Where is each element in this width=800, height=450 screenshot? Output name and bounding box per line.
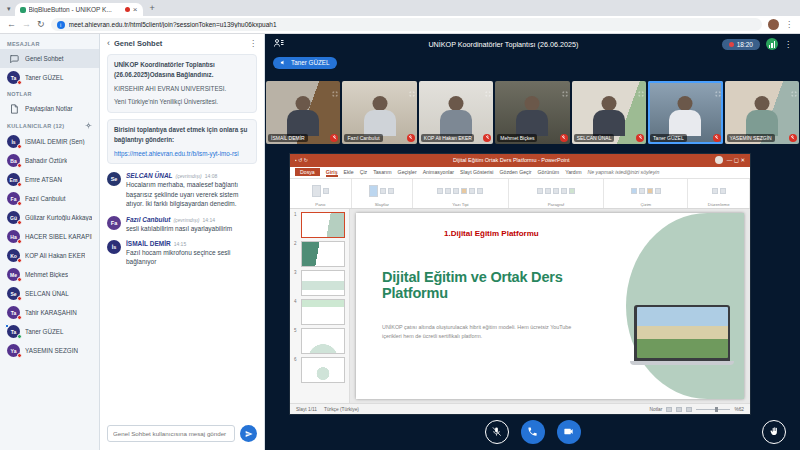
ppt-window-title: Dijital Eğitim Ortak Ders Platformu - Po… [312, 157, 711, 163]
sidebar-item-shared-notes[interactable]: Paylaşılan Notlar [0, 99, 99, 118]
ppt-tab-file[interactable]: Dosya [295, 168, 320, 176]
fullscreen-icon[interactable] [562, 83, 568, 101]
sidebar-item-public-chat[interactable]: Genel Sohbet [0, 49, 99, 68]
ppt-tab[interactable]: Animasyonlar [423, 169, 454, 175]
video-tile[interactable]: SELCAN ÜNAL [572, 81, 646, 144]
chat-message: Se SELCAN ÜNAL (çevrimdışı) 14:08 Hocala… [100, 167, 264, 210]
user-list-item[interactable]: Gü Gülizar Kurtoğlu Akkaya-NEÜ [0, 208, 99, 227]
slide-thumbnail[interactable]: 4 [294, 299, 345, 325]
ppt-ribbon-group[interactable]: Düzenleme [688, 179, 750, 208]
user-list-item[interactable]: Se SELCAN ÜNAL [0, 284, 99, 303]
video-tile[interactable]: Mehmet Biçkes [495, 81, 569, 144]
recording-indicator[interactable]: 18:20 [722, 39, 760, 50]
chat-back-icon[interactable]: ‹ [107, 39, 110, 48]
forward-icon[interactable]: → [22, 20, 31, 29]
slideshow-icon[interactable] [686, 407, 692, 412]
ppt-window-controls[interactable]: — ▢ ✕ [727, 157, 745, 163]
send-message-button[interactable] [240, 425, 257, 442]
ppt-ribbon-group[interactable]: Paragraf [509, 179, 605, 208]
hand-icon [769, 425, 780, 440]
video-tile-active-speaker[interactable]: Taner GÜZEL [648, 81, 722, 144]
leave-audio-button[interactable] [521, 420, 545, 444]
sidebar-item-private-chat[interactable]: Ta Taner GÜZEL [0, 68, 99, 87]
ppt-ribbon-group[interactable]: Yazı Tipi [413, 179, 509, 208]
screen: ▾ BigBlueButton - UNİKOP K... × + ← → ↻ … [0, 0, 800, 450]
user-list-item[interactable]: Ba Bahadır Öztürk [0, 151, 99, 170]
manage-users-gear-icon[interactable] [85, 122, 92, 130]
video-tile[interactable]: YASEMİN SEZGİN [725, 81, 799, 144]
browser-menu-icon[interactable]: ⋮ [785, 20, 793, 29]
video-tile[interactable]: Fazıl Canbulut [342, 81, 416, 144]
muted-mic-icon [407, 134, 415, 142]
toggle-userlist-icon[interactable] [273, 35, 285, 53]
ppt-account-avatar [715, 156, 723, 164]
browser-tab[interactable]: BigBlueButton - UNİKOP K... × [15, 3, 143, 16]
talker-indicator[interactable]: Taner GÜZEL [273, 57, 337, 69]
refresh-icon[interactable]: ↻ [37, 20, 45, 29]
ppt-ribbon: Pano Slaytlar Yazı Tipi Paragraf [290, 179, 750, 209]
chat-message-input[interactable] [107, 425, 235, 442]
slide-thumbnail[interactable]: 3 [294, 270, 345, 296]
back-icon[interactable]: ← [7, 20, 16, 29]
ppt-tab-home[interactable]: Giriş [326, 168, 338, 177]
chat-options-icon[interactable]: ⋮ [249, 39, 257, 48]
ppt-tab[interactable]: Ekle [344, 169, 354, 175]
raise-hand-button[interactable] [762, 420, 786, 444]
ppt-ribbon-group[interactable]: Pano [290, 179, 352, 208]
ppt-tellme-search[interactable]: Ne yapmak istediğinizi söyleyin [588, 169, 660, 175]
meeting-stage: UNİKOP Koordinatörler Toplantısı (26.06.… [265, 34, 800, 450]
notes-toggle[interactable]: Notlar [650, 407, 663, 412]
user-list-item[interactable]: Ko KOP Ali Hakan EKER [0, 246, 99, 265]
user-list-item[interactable]: Me Mehmet Biçkes [0, 265, 99, 284]
ppt-tab[interactable]: Görünüm [538, 169, 560, 175]
tab-close-icon[interactable]: × [133, 6, 138, 14]
fullscreen-icon[interactable] [791, 83, 797, 101]
connection-status-icon[interactable] [766, 38, 778, 50]
ppt-tab[interactable]: Çiz [360, 169, 368, 175]
fullscreen-icon[interactable] [638, 83, 644, 101]
fullscreen-icon[interactable] [485, 83, 491, 101]
new-tab-button[interactable]: + [143, 3, 162, 16]
user-list-item[interactable]: Ya YASEMİN SEZGİN [0, 341, 99, 360]
language-indicator[interactable]: Türkçe (Türkiye) [324, 407, 359, 412]
slide-thumbnail-selected[interactable]: 1 [294, 212, 345, 238]
fullscreen-icon[interactable] [409, 83, 415, 101]
ppt-ribbon-group[interactable]: Çizim [604, 179, 688, 208]
user-list-item[interactable]: Ta Taner GÜZEL [0, 322, 99, 341]
user-list-item[interactable]: Fa Fazıl Canbulut [0, 189, 99, 208]
user-list-item[interactable]: Ta Tahir KARAŞAHİN [0, 303, 99, 322]
avatar: Me [7, 268, 20, 281]
user-list-item[interactable]: İs İSMAİL DEMİR (Sen) [0, 132, 99, 151]
slide-thumbnail[interactable]: 2 [294, 241, 345, 267]
avatar: Se [107, 172, 121, 186]
video-tile[interactable]: KOP Ali Hakan EKER [419, 81, 493, 144]
ppt-tab[interactable]: Tasarım [373, 169, 391, 175]
camera-icon [563, 425, 574, 440]
slide-thumbnail[interactable]: 6 [294, 357, 345, 383]
address-bar[interactable]: i meet.ahievran.edu.tr/html5client/join?… [51, 18, 762, 31]
chat-bubble-icon [7, 52, 20, 65]
video-tile[interactable]: İSMAİL DEMİR [266, 81, 340, 144]
ppt-ribbon-group[interactable]: Slaytlar [352, 179, 414, 208]
fullscreen-icon[interactable] [715, 83, 721, 101]
user-list-item[interactable]: Ha HACER SİBEL KARAPINAR [0, 227, 99, 246]
slide-thumbnail[interactable]: 5 [294, 328, 345, 354]
fullscreen-icon[interactable] [332, 83, 338, 101]
webcam-button[interactable] [557, 420, 581, 444]
bbb-favicon [20, 7, 26, 13]
invite-link[interactable]: https://meet.ahievran.edu.tr/b/ism-yyt-i… [114, 149, 250, 159]
zoom-slider[interactable] [696, 409, 730, 410]
ppt-tab[interactable]: Gözden Geçir [500, 169, 532, 175]
ppt-tab[interactable]: Yardım [565, 169, 581, 175]
tab-search-icon[interactable]: ▾ [3, 5, 15, 16]
browser-profile-avatar[interactable] [768, 19, 779, 30]
meeting-options-icon[interactable]: ⋮ [784, 40, 792, 49]
site-info-icon[interactable]: i [57, 21, 65, 29]
slide-sorter-icon[interactable] [676, 407, 682, 412]
normal-view-icon[interactable] [666, 407, 672, 412]
user-list-item[interactable]: Em Emre ATSAN [0, 170, 99, 189]
avatar: Ya [7, 344, 20, 357]
mute-button[interactable] [485, 420, 509, 444]
ppt-tab[interactable]: Slayt Gösterisi [460, 169, 493, 175]
ppt-tab[interactable]: Geçişler [398, 169, 417, 175]
